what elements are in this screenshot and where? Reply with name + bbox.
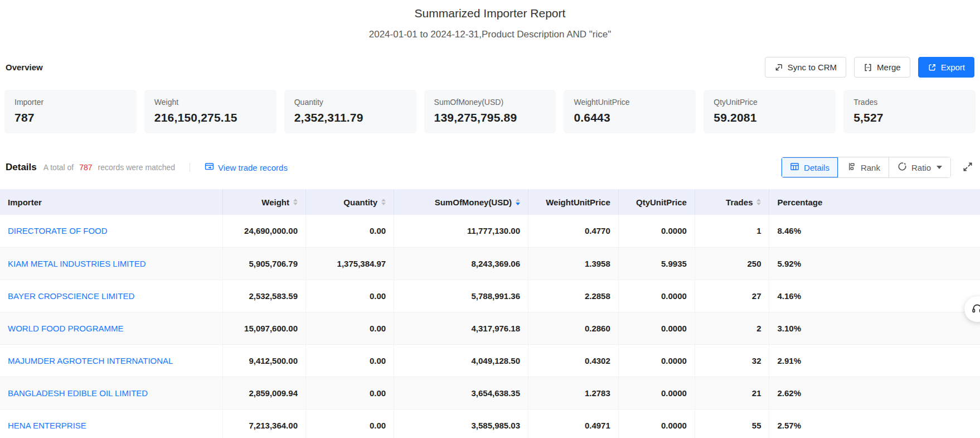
cell-quantity: 0.00 [305,344,394,377]
importer-link[interactable]: KIAM METAL INDUSTRIES LIMITED [8,259,146,268]
column-header-label: Quantity [343,198,377,207]
merge-button[interactable]: Merge [854,57,910,78]
fullscreen-button[interactable] [961,160,974,175]
card-label: Trades [853,98,966,107]
view-tab-details[interactable]: Details [782,157,838,177]
card-value: 0.6443 [574,111,686,124]
cell-trades: 2 [695,312,769,344]
sort-icon [756,199,761,205]
cell-weight: 2,859,009.94 [222,377,305,409]
cell-qtyunitprice: 0.0000 [618,215,695,247]
headset-icon [971,302,980,316]
cell-weight: 2,532,583.59 [222,280,305,312]
cell-weight: 9,412,500.00 [222,344,305,377]
card-value: 216,150,275.15 [154,111,266,124]
card-label: WeightUnitPrice [574,98,686,107]
cell-sumofmoney-usd: 3,585,985.03 [394,409,528,438]
overview-heading: Overview [6,62,43,72]
table-row: BAYER CROPSCIENCE LIMITED2,532,583.590.0… [0,280,980,312]
column-header-qtyunitprice: QtyUnitPrice [618,189,695,215]
card-label: Quantity [294,98,406,107]
cell-sumofmoney-usd: 11,777,130.00 [394,215,528,247]
cell-quantity: 0.00 [305,280,394,312]
cell-percentage: 2.57% [769,409,980,438]
column-header-quantity[interactable]: Quantity [305,189,394,215]
cell-qtyunitprice: 0.0000 [618,377,695,409]
merge-icon [863,63,872,72]
chevron-down-icon [937,166,942,169]
importer-link[interactable]: BAYER CROPSCIENCE LIMITED [8,291,134,301]
overview-card-importer: Importer 787 [4,90,137,133]
cell-sumofmoney-usd: 5,788,991.36 [394,280,528,312]
table-header-row: Importer Weight Quantity SumOfMoney(USD) [0,189,980,215]
cell-qtyunitprice: 0.0000 [618,312,695,344]
view-tab-label: Ratio [911,163,931,172]
importer-cell: MAJUMDER AGROTECH INTERNATIONAL [0,344,222,377]
cell-quantity: 0.00 [305,377,394,409]
importer-link[interactable]: MAJUMDER AGROTECH INTERNATIONAL [8,356,173,365]
cell-percentage: 2.91% [769,344,980,377]
column-header-label: Weight [261,198,289,207]
cell-percentage: 5.92% [769,247,980,280]
importer-link[interactable]: BANGLADESH EDIBLE OIL LIMITED [8,388,148,398]
cell-trades: 250 [695,247,769,280]
column-header-weight[interactable]: Weight [222,189,305,215]
card-value: 139,275,795.89 [434,111,546,124]
cell-trades: 32 [695,344,769,377]
view-tab-rank[interactable]: Rank [838,157,889,177]
cell-qtyunitprice: 0.0000 [618,409,695,438]
details-heading: Details [6,162,37,173]
view-trade-records-link[interactable]: View trade records [205,162,288,173]
overview-cards: Importer 787 Weight 216,150,275.15 Quant… [0,90,980,133]
view-tab-label: Details [804,163,829,172]
column-header-trades[interactable]: Trades [695,189,769,215]
table-row: DIRECTORATE OF FOOD24,690,000.000.0011,7… [0,215,980,247]
cell-trades: 27 [695,280,769,312]
cell-qtyunitprice: 0.0000 [618,280,695,312]
card-label: Weight [154,98,266,107]
cell-percentage: 3.10% [769,312,980,344]
overview-card-weightunitprice: WeightUnitPrice 0.6443 [564,90,696,133]
importer-link[interactable]: HENA ENTERPRISE [8,421,86,430]
view-tab-ratio[interactable]: Ratio [889,157,950,177]
merge-label: Merge [877,62,901,72]
column-header-sumofmoney-usd[interactable]: SumOfMoney(USD) [394,189,528,215]
cell-sumofmoney-usd: 3,654,638.35 [394,377,528,409]
view-mode-group: Details Rank Ratio [781,157,951,178]
table-row: MAJUMDER AGROTECH INTERNATIONAL9,412,500… [0,344,980,377]
card-value: 2,352,311.79 [294,111,406,124]
importer-cell: BANGLADESH EDIBLE OIL LIMITED [0,377,222,409]
sort-icon [516,199,520,205]
details-toolbar: Details A total of 787 records were matc… [0,157,980,178]
column-header-label: SumOfMoney(USD) [435,198,512,207]
importer-cell: DIRECTORATE OF FOOD [0,215,222,247]
view-tab-label: Rank [861,163,880,172]
importer-link[interactable]: WORLD FOOD PROGRAMME [8,324,124,333]
cell-trades: 21 [695,377,769,409]
ratio-icon [897,162,907,173]
view-switch: Details Rank Ratio [781,157,974,178]
overview-bar: Overview Sync to CRM Merge [0,57,980,78]
cell-quantity: 0.00 [305,409,394,438]
sync-to-crm-button[interactable]: Sync to CRM [765,57,846,78]
report-filter-subtitle: 2024-01-01 to 2024-12-31,Product Descrip… [0,29,980,40]
importer-cell: HENA ENTERPRISE [0,409,222,438]
export-button[interactable]: Export [918,57,974,78]
overview-card-qtyunitprice: QtyUnitPrice 59.2081 [704,90,836,133]
table-row: KIAM METAL INDUSTRIES LIMITED5,905,706.7… [0,247,980,280]
export-icon [928,63,937,72]
match-summary-suffix: records were matched [98,163,176,172]
column-header-percentage: Percentage [769,189,980,215]
sort-icon [381,199,386,205]
importer-cell: WORLD FOOD PROGRAMME [0,312,222,344]
sort-icon [293,199,298,205]
importer-link[interactable]: DIRECTORATE OF FOOD [8,226,108,235]
cell-sumofmoney-usd: 4,317,976.18 [394,312,528,344]
card-value: 787 [14,111,127,124]
cell-quantity: 1,375,384.97 [305,247,394,280]
cell-qtyunitprice: 5.9935 [618,247,695,280]
cell-percentage: 4.16% [769,280,980,312]
cell-weightunitprice: 2.2858 [528,280,619,312]
cell-weightunitprice: 1.2783 [528,377,619,409]
rank-icon [847,162,856,173]
